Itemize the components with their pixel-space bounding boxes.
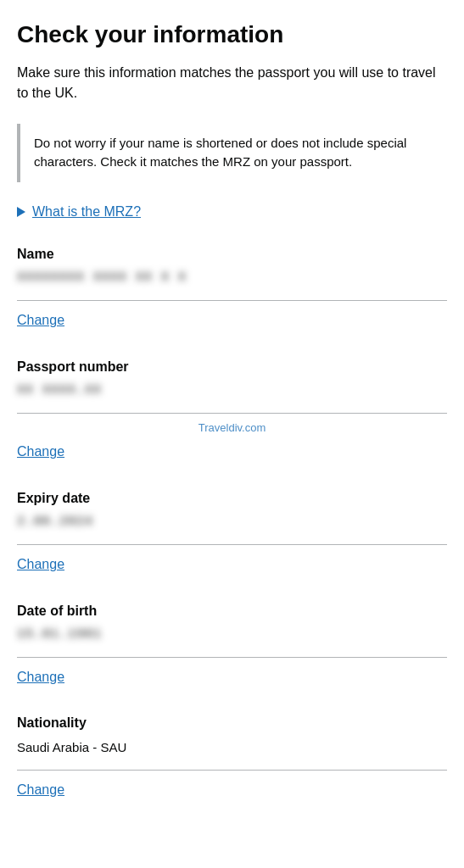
info-box-text: Do not worry if your name is shortened o…	[34, 134, 433, 172]
dob-value: 15.01.1981	[17, 626, 447, 643]
dob-blurred: 15.01.1981	[17, 626, 102, 643]
page-title: Check your information	[17, 20, 447, 49]
name-section: Name XXXXXXXX XXXX XX X X	[17, 245, 447, 301]
nationality-section: Nationality Saudi Arabia - SAU	[17, 714, 447, 770]
dob-section: Date of birth 15.01.1981	[17, 602, 447, 658]
triangle-icon	[17, 207, 25, 217]
expiry-date-value: 2.06.2024	[17, 513, 447, 531]
mrz-link[interactable]: What is the MRZ?	[32, 203, 141, 221]
passport-number-change-link[interactable]: Change	[17, 442, 64, 461]
expiry-date-label: Expiry date	[17, 489, 447, 508]
page-subtitle: Make sure this information matches the p…	[17, 63, 447, 103]
name-value: XXXXXXXX XXXX XX X X	[17, 269, 447, 287]
expiry-date-blurred: 2.06.2024	[17, 513, 93, 531]
mrz-link-container: What is the MRZ?	[17, 203, 447, 221]
dob-change-link[interactable]: Change	[17, 668, 64, 687]
passport-number-section: Passport number XX XXXX.XX	[17, 358, 447, 414]
nationality-value: Saudi Arabia - SAU	[17, 738, 447, 756]
expiry-date-change-link[interactable]: Change	[17, 555, 64, 574]
name-label: Name	[17, 245, 447, 264]
nationality-label: Nationality	[17, 714, 447, 732]
watermark: Traveldiv.com	[17, 420, 447, 436]
page-container: Check your information Make sure this in…	[0, 0, 464, 847]
name-blurred: XXXXXXXX XXXX XX X X	[17, 269, 187, 287]
expiry-date-section: Expiry date 2.06.2024	[17, 489, 447, 545]
name-change-link[interactable]: Change	[17, 311, 64, 330]
passport-number-value: XX XXXX.XX	[17, 381, 447, 399]
dob-label: Date of birth	[17, 602, 447, 620]
passport-number-label: Passport number	[17, 358, 447, 376]
nationality-change-link[interactable]: Change	[17, 781, 64, 799]
passport-number-blurred: XX XXXX.XX	[17, 381, 102, 399]
info-box: Do not worry if your name is shortened o…	[17, 124, 447, 182]
